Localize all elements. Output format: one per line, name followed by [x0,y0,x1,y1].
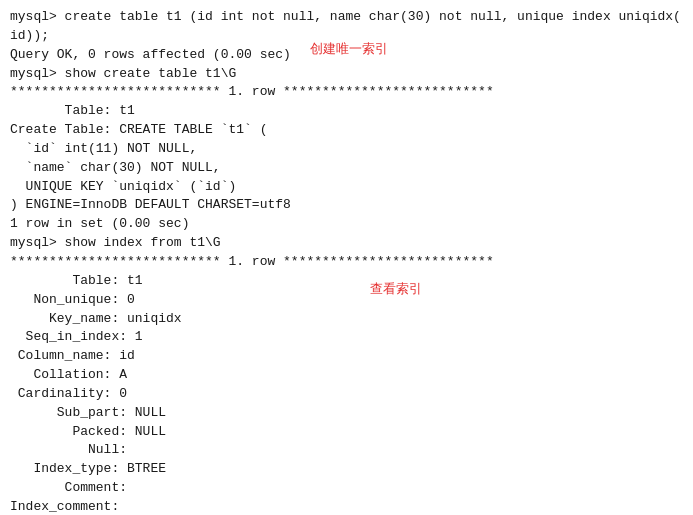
line-25: Packed: NULL [10,423,683,442]
line-7: Table: t1 [10,102,683,121]
line-9: `id` int(11) NOT NULL, [10,140,683,159]
line-20: Seq_in_index: 1 [10,328,683,347]
line-23: Cardinality: 0 [10,385,683,404]
line-12: ) ENGINE=InnoDB DEFAULT CHARSET=utf8 [10,196,683,215]
line-11: UNIQUE KEY `uniqidx` (`id`) [10,178,683,197]
terminal-window: mysql> create table t1 (id int not null,… [0,0,693,515]
line-1: mysql> create table t1 (id int not null,… [10,8,683,27]
line-22: Collation: A [10,366,683,385]
annotation-create-unique-index: 创建唯一索引 [310,40,388,59]
line-29: Index_comment: [10,498,683,515]
line-26: Null: [10,441,683,460]
line-15: mysql> show index from t1\G [10,234,683,253]
line-18: Non_unique: 0 [10,291,683,310]
line-17: Table: t1 [10,272,683,291]
line-10: `name` char(30) NOT NULL, [10,159,683,178]
line-6: *************************** 1. row *****… [10,83,683,102]
line-27: Index_type: BTREE [10,460,683,479]
line-5: mysql> show create table t1\G [10,65,683,84]
line-28: Comment: [10,479,683,498]
annotation-view-index: 查看索引 [370,280,422,299]
line-19: Key_name: uniqidx [10,310,683,329]
line-16: *************************** 1. row *****… [10,253,683,272]
line-8: Create Table: CREATE TABLE `t1` ( [10,121,683,140]
line-21: Column_name: id [10,347,683,366]
line-24: Sub_part: NULL [10,404,683,423]
line-13: 1 row in set (0.00 sec) [10,215,683,234]
